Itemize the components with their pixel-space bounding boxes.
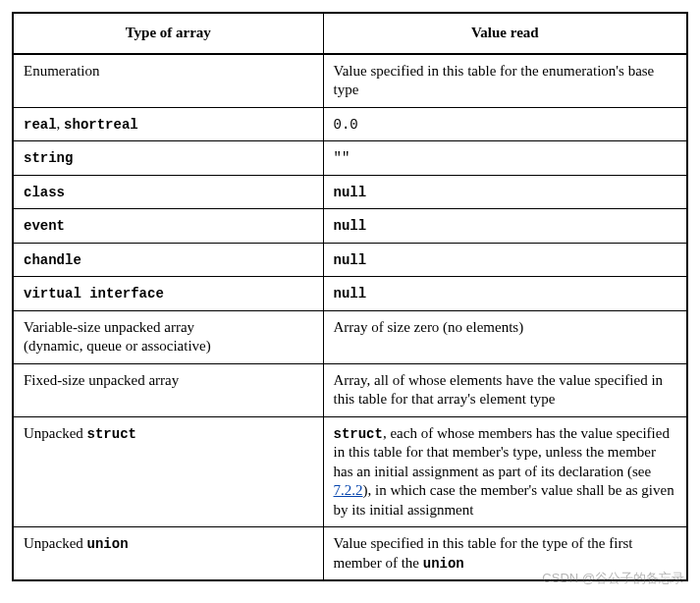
value-text-2: ), in which case the member's value shal… bbox=[334, 482, 674, 518]
cell-value: null bbox=[323, 277, 687, 311]
cell-value: Value specified in this table for the ty… bbox=[323, 527, 687, 581]
cell-type: virtual interface bbox=[13, 277, 323, 311]
cell-value: struct, each of whose members has the va… bbox=[323, 416, 687, 527]
header-type-of-array: Type of array bbox=[13, 13, 323, 54]
value-null: null bbox=[334, 218, 367, 234]
cell-type: event bbox=[13, 209, 323, 244]
table-row: real, shortreal 0.0 bbox=[13, 107, 687, 141]
cell-value: "" bbox=[323, 141, 687, 176]
keyword-struct: struct bbox=[87, 426, 136, 442]
cell-type: Unpacked struct bbox=[13, 416, 323, 527]
default-values-table: Type of array Value read Enumeration Val… bbox=[12, 12, 688, 581]
cell-type: Fixed-size unpacked array bbox=[13, 363, 323, 416]
cell-value: null bbox=[323, 175, 687, 209]
keyword-event: event bbox=[24, 218, 65, 234]
table-row: chandle null bbox=[13, 243, 687, 277]
cell-type: Variable-size unpacked array (dynamic, q… bbox=[13, 310, 323, 363]
cell-value: null bbox=[323, 209, 687, 244]
table-row: class null bbox=[13, 175, 687, 209]
table-row: Enumeration Value specified in this tabl… bbox=[13, 54, 687, 108]
keyword-virtual-interface: virtual interface bbox=[24, 286, 164, 302]
label-line1: Variable-size unpacked array bbox=[24, 319, 194, 335]
value-null: null bbox=[334, 252, 367, 268]
keyword-union: union bbox=[87, 536, 129, 552]
value-text-1: , each of whose members has the value sp… bbox=[334, 425, 670, 479]
table-row: virtual interface null bbox=[13, 277, 687, 311]
keyword-class: class bbox=[24, 185, 65, 200]
table-row: string "" bbox=[13, 141, 687, 176]
label-prefix: Unpacked bbox=[24, 425, 87, 441]
cell-value: Array, all of whose elements have the va… bbox=[323, 363, 687, 416]
cell-type: class bbox=[13, 175, 323, 209]
link-7-2-2[interactable]: 7.2.2 bbox=[334, 482, 363, 498]
value-empty-string: "" bbox=[334, 150, 350, 166]
keyword-shortreal: shortreal bbox=[64, 117, 138, 133]
table-row: event null bbox=[13, 209, 687, 244]
table-header-row: Type of array Value read bbox=[13, 13, 687, 54]
cell-value: null bbox=[323, 243, 687, 277]
cell-type: chandle bbox=[13, 243, 323, 277]
table-row: Variable-size unpacked array (dynamic, q… bbox=[13, 310, 687, 363]
cell-type: string bbox=[13, 141, 323, 176]
cell-value: Value specified in this table for the en… bbox=[323, 54, 687, 108]
value-keyword-union: union bbox=[423, 556, 464, 572]
value-null: null bbox=[334, 185, 367, 200]
value-keyword-struct: struct bbox=[334, 426, 383, 442]
cell-value: 0.0 bbox=[323, 107, 687, 141]
value-text-1: Value specified in this table for the ty… bbox=[334, 535, 633, 571]
table-row: Unpacked union Value specified in this t… bbox=[13, 527, 687, 581]
cell-value: Array of size zero (no elements) bbox=[323, 310, 687, 363]
keyword-chandle: chandle bbox=[24, 252, 81, 268]
label-line2: (dynamic, queue or associative) bbox=[24, 338, 211, 354]
keyword-string: string bbox=[24, 150, 73, 166]
table-row: Unpacked struct struct, each of whose me… bbox=[13, 416, 687, 527]
label-prefix: Unpacked bbox=[24, 535, 87, 551]
cell-type: Enumeration bbox=[13, 54, 323, 108]
keyword-real: real bbox=[24, 117, 57, 133]
table-row: Fixed-size unpacked array Array, all of … bbox=[13, 363, 687, 416]
cell-type: Unpacked union bbox=[13, 527, 323, 581]
cell-type: real, shortreal bbox=[13, 107, 323, 141]
separator: , bbox=[57, 116, 65, 132]
value-zero: 0.0 bbox=[334, 117, 358, 133]
value-null: null bbox=[334, 286, 367, 302]
header-value-read: Value read bbox=[323, 13, 687, 54]
